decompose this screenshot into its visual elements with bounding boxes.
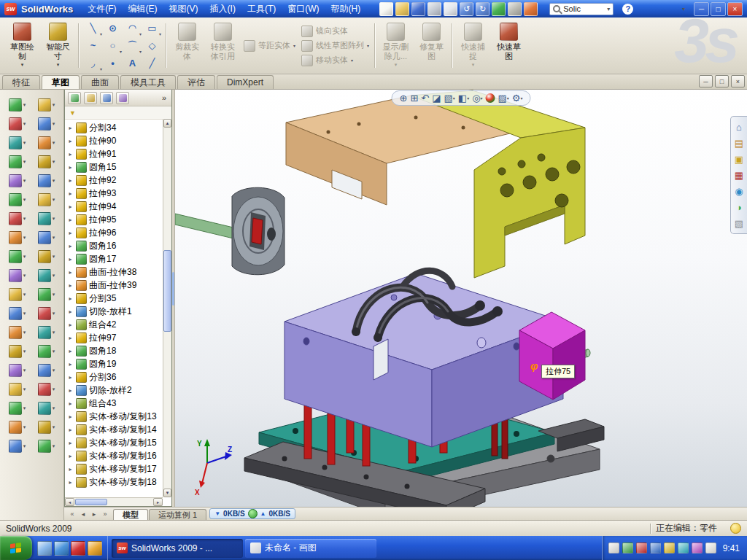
left-tool-icon-6[interactable]: ▾	[32, 136, 61, 149]
dropdown-icon[interactable]: ▾	[472, 62, 475, 68]
left-tool-icon-35[interactable]: ▾	[3, 421, 32, 434]
dropdown-icon[interactable]: ▾	[23, 311, 26, 316]
view-settings-icon[interactable]: ⚙▾	[512, 93, 523, 104]
arc-tool-icon[interactable]: ◠▾	[123, 20, 142, 37]
left-tool-icon-18[interactable]: ▾	[32, 250, 61, 263]
left-tool-icon-13[interactable]: ▾	[3, 212, 32, 225]
tree-item-fillet-17[interactable]: ▸圆角17	[67, 252, 171, 265]
dropdown-icon[interactable]: ▾	[53, 443, 55, 449]
tree-item-split-36[interactable]: ▸分割36	[67, 370, 171, 384]
rapid-sketch-button[interactable]: 快速草图	[491, 19, 527, 72]
left-tool-icon-33[interactable]: ▾	[3, 402, 32, 415]
expand-arrow-icon[interactable]: ▸	[67, 269, 74, 276]
dropdown-icon[interactable]: ▾	[293, 43, 295, 48]
dropdown-icon[interactable]: ▾	[23, 330, 26, 335]
expand-arrow-icon[interactable]: ▸	[67, 361, 74, 368]
tree-item-extrude-94[interactable]: ▸拉伸94	[67, 200, 171, 213]
internet-explorer-icon[interactable]	[54, 541, 69, 556]
dropdown-icon[interactable]: ▾	[53, 159, 55, 165]
left-tool-icon-10[interactable]: ▾	[32, 174, 61, 187]
scroll-right-button[interactable]: ▸	[153, 498, 163, 506]
left-tool-icon-27[interactable]: ▾	[3, 345, 32, 358]
left-tool-icon-32[interactable]: ▾	[32, 383, 61, 396]
menu-tools[interactable]: 工具(T)	[241, 1, 282, 17]
dropdown-icon[interactable]: ▾	[53, 216, 55, 222]
net-monitor-app-icon[interactable]	[248, 509, 258, 518]
dropdown-icon[interactable]: ▾	[467, 96, 469, 101]
next-tab-button[interactable]: ▸	[89, 510, 99, 518]
solidworks-launcher-icon[interactable]	[71, 541, 85, 556]
zoom-fit-icon[interactable]: ⊕	[400, 93, 408, 104]
left-tool-icon-30[interactable]: ▾	[32, 364, 61, 377]
tree-item-combine-42[interactable]: ▸组合42	[67, 318, 171, 331]
expand-arrow-icon[interactable]: ▸	[67, 217, 74, 223]
dropdown-icon[interactable]: ▾	[23, 254, 26, 260]
section-view-icon[interactable]: ◪	[432, 93, 441, 104]
task-solidworks[interactable]: swSolidWorks 2009 - ...	[112, 539, 243, 558]
expand-arrow-icon[interactable]: ▸	[67, 295, 74, 302]
expand-arrow-icon[interactable]: ▸	[67, 387, 74, 394]
menu-insert[interactable]: 插入(I)	[204, 1, 241, 17]
media-player-icon[interactable]	[88, 541, 102, 556]
left-tool-icon-1[interactable]: ▾	[3, 98, 32, 112]
tree-item-fillet-16[interactable]: ▸圆角16	[67, 239, 171, 252]
dropdown-icon[interactable]: ▾	[139, 49, 142, 54]
tree-vertical-scrollbar[interactable]: ▲ ▼	[163, 119, 171, 497]
redo-icon[interactable]: ↻	[476, 2, 489, 16]
dropdown-icon[interactable]: ▾	[507, 96, 509, 101]
line-tool-icon[interactable]: ╲▾	[83, 20, 103, 37]
dimxpertmanager-tab[interactable]	[116, 92, 129, 104]
search-dropdown-icon[interactable]: ▾	[607, 6, 610, 12]
expand-arrow-icon[interactable]: ▸	[67, 453, 74, 459]
expand-arrow-icon[interactable]: ▸	[67, 440, 74, 446]
tree-item-move-copy-13[interactable]: ▸实体-移动/复制13	[67, 410, 171, 423]
dropdown-icon[interactable]: ▾	[53, 292, 55, 298]
dropdown-icon[interactable]: ▾	[23, 405, 26, 411]
dropdown-icon[interactable]: ▾	[23, 140, 26, 146]
dropdown-icon[interactable]: ▾	[53, 424, 55, 430]
left-tool-icon-14[interactable]: ▾	[32, 212, 61, 225]
tree-item-cut-loft-1[interactable]: ▸切除-放样1	[67, 305, 171, 318]
dropdown-icon[interactable]: ▾	[520, 96, 522, 101]
convert-entities-button[interactable]: 转换实体引用	[205, 19, 241, 72]
tree-item-surface-extrude-39[interactable]: ▸曲面-拉伸39	[67, 279, 171, 292]
messenger-icon[interactable]	[678, 542, 689, 553]
expand-arrow-icon[interactable]: ▸	[67, 164, 74, 171]
graphics-area[interactable]: φ Y Z X ⊕⊞↶◪▧▾◧▾◎▾▨▾⚙▾ 拉伸75 ⌂▤▣▦◉◑▧	[175, 90, 747, 507]
options-icon[interactable]	[508, 2, 522, 16]
menu-view[interactable]: 视图(V)	[163, 1, 204, 17]
dropdown-icon[interactable]: ▾	[53, 235, 55, 241]
scroll-up-button[interactable]: ▲	[163, 119, 171, 128]
dropdown-icon[interactable]: ▾	[53, 254, 55, 260]
tree-item-surface-extrude-38[interactable]: ▸曲面-拉伸38	[67, 265, 171, 279]
first-tab-button[interactable]: «	[67, 510, 77, 518]
apply-scene-icon[interactable]: ▨▾	[498, 93, 509, 104]
mirror-entities-button[interactable]: 镜向实体	[301, 26, 369, 37]
dropdown-icon[interactable]: ▾	[480, 96, 482, 101]
filter-icon[interactable]: ▼	[69, 109, 76, 117]
featuremanager-tab[interactable]	[68, 92, 81, 104]
new-document-icon[interactable]	[379, 2, 393, 16]
left-tool-icon-36[interactable]: ▾	[32, 421, 61, 434]
dropdown-icon[interactable]: ▾	[53, 349, 55, 354]
dropdown-icon[interactable]: ▾	[453, 96, 455, 101]
spline-tool-icon[interactable]: ~	[83, 37, 103, 55]
splitter-handle[interactable]	[172, 272, 174, 306]
repair-sketch-button[interactable]: 修复草图	[414, 19, 449, 72]
file-explorer-icon[interactable]: ▣	[731, 151, 747, 167]
propertymanager-tab[interactable]	[84, 92, 97, 104]
tree-item-extrude-96[interactable]: ▸拉伸96	[67, 226, 171, 239]
ellipse-tool-icon[interactable]: ○▾	[103, 37, 123, 55]
help-button[interactable]: ?	[622, 4, 633, 15]
dropdown-icon[interactable]: ▾	[351, 58, 353, 63]
dropdown-icon[interactable]: ▾	[23, 102, 26, 108]
text-tool-icon[interactable]: A	[123, 55, 142, 72]
safety-icon[interactable]	[622, 542, 633, 553]
update-icon[interactable]	[664, 542, 675, 553]
expand-arrow-icon[interactable]: ▸	[67, 282, 74, 289]
print-icon[interactable]	[427, 2, 441, 16]
display-style-icon[interactable]: ◧▾	[458, 93, 469, 104]
rebuild-icon[interactable]	[492, 2, 506, 16]
left-tool-icon-7[interactable]: ▾	[3, 155, 32, 168]
expand-arrow-icon[interactable]: ▸	[67, 308, 74, 315]
